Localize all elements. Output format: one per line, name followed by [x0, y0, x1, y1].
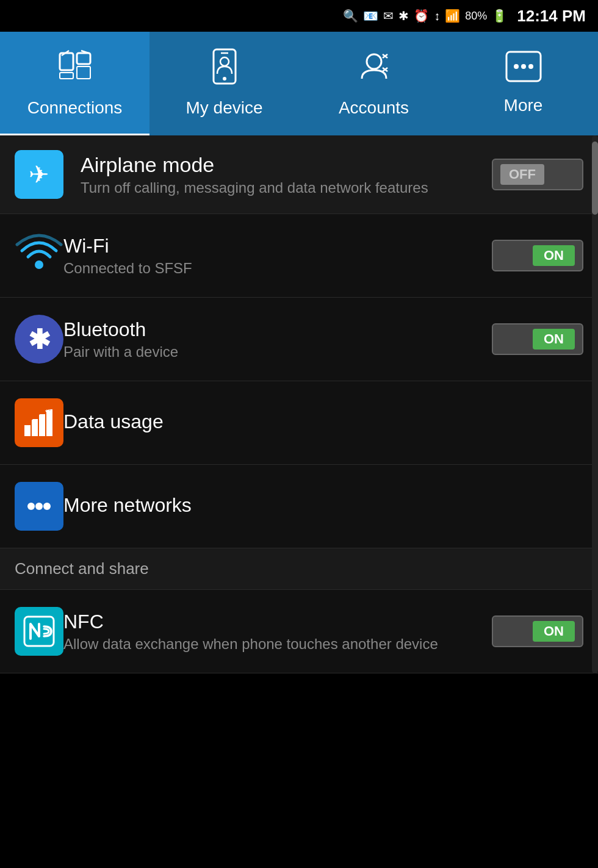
- more-networks-icon: [15, 482, 63, 531]
- wifi-toggle[interactable]: ON: [492, 240, 583, 271]
- bluetooth-item[interactable]: ✱ Bluetooth Pair with a device ON: [0, 298, 598, 381]
- svg-point-22: [35, 503, 43, 510]
- svg-rect-16: [24, 425, 31, 436]
- wifi-subtitle: Connected to SFSF: [63, 260, 480, 277]
- data-usage-icon: [15, 398, 63, 447]
- more-networks-item[interactable]: More networks: [0, 465, 598, 548]
- battery-icon: 🔋: [492, 9, 507, 23]
- status-bar: 🔍 📧 ✉ ✱ ⏰ ↕ 📶 80% 🔋 12:14 PM: [0, 0, 598, 32]
- device-icon: [209, 48, 240, 92]
- tab-accounts-label: Accounts: [339, 98, 409, 118]
- signal-icon: 📶: [445, 9, 460, 23]
- wifi-text: Wi-Fi Connected to SFSF: [63, 235, 480, 277]
- nfc-text: NFC Allow data exchange when phone touch…: [63, 611, 480, 653]
- status-icons: 🔍 📧 ✉ ✱ ⏰ ↕ 📶 80% 🔋 12:14 PM: [343, 7, 586, 26]
- bluetooth-status-icon: ✱: [398, 9, 409, 23]
- airplane-title: Airplane mode: [81, 153, 480, 177]
- svg-point-15: [35, 260, 43, 269]
- bluetooth-symbol: ✱: [28, 324, 51, 355]
- accounts-icon: [356, 48, 392, 92]
- svg-rect-2: [77, 53, 90, 64]
- data-icon: ↕: [434, 9, 440, 23]
- status-time: 12:14 PM: [517, 7, 586, 26]
- airplane-toggle-label: OFF: [500, 164, 544, 185]
- bluetooth-text: Bluetooth Pair with a device: [63, 318, 480, 360]
- wifi-item[interactable]: Wi-Fi Connected to SFSF ON: [0, 214, 598, 298]
- scrollbar-thumb[interactable]: [592, 142, 598, 215]
- bluetooth-toggle-label: ON: [533, 329, 575, 350]
- tab-my-device[interactable]: My device: [150, 32, 299, 135]
- nfc-icon: [15, 607, 63, 656]
- tab-connections-label: Connections: [27, 98, 123, 118]
- bluetooth-toggle-switch[interactable]: ON: [492, 323, 583, 355]
- airplane-icon: ✈: [15, 150, 63, 199]
- more-icon: [505, 51, 542, 90]
- wifi-title: Wi-Fi: [63, 235, 480, 257]
- svg-point-21: [27, 503, 35, 510]
- bluetooth-title: Bluetooth: [63, 318, 480, 341]
- settings-content: ✈ Airplane mode Turn off calling, messag…: [0, 135, 598, 673]
- gmail-icon: ✉: [383, 9, 394, 23]
- data-usage-title: Data usage: [63, 411, 583, 433]
- svg-rect-3: [77, 66, 90, 79]
- wifi-icon: [15, 231, 63, 280]
- tab-more[interactable]: More: [448, 32, 598, 135]
- tab-connections[interactable]: Connections: [0, 32, 150, 135]
- nfc-item[interactable]: NFC Allow data exchange when phone touch…: [0, 590, 598, 673]
- scrollbar[interactable]: [592, 135, 598, 673]
- section-header-label: Connect and share: [15, 559, 149, 578]
- svg-point-12: [514, 64, 519, 69]
- airplane-mode-item[interactable]: ✈ Airplane mode Turn off calling, messag…: [0, 135, 598, 214]
- svg-point-13: [521, 64, 526, 69]
- svg-point-10: [367, 54, 381, 69]
- airplane-text: Airplane mode Turn off calling, messagin…: [81, 153, 480, 196]
- nfc-toggle-switch[interactable]: ON: [492, 615, 583, 647]
- alarm-icon: ⏰: [414, 9, 429, 23]
- airplane-subtitle: Turn off calling, messaging and data net…: [81, 179, 480, 196]
- battery-level: 80%: [465, 10, 487, 23]
- svg-rect-1: [60, 73, 73, 79]
- airplane-toggle-switch[interactable]: OFF: [492, 159, 583, 190]
- data-usage-text: Data usage: [63, 411, 583, 436]
- connect-share-header: Connect and share: [0, 548, 598, 590]
- bluetooth-icon: ✱: [15, 315, 63, 364]
- wifi-toggle-label: ON: [533, 245, 575, 266]
- data-usage-item[interactable]: Data usage: [0, 381, 598, 465]
- tab-more-label: More: [504, 96, 543, 115]
- tab-my-device-label: My device: [186, 98, 262, 118]
- connections-icon: [57, 48, 93, 92]
- tab-bar: Connections My device Accounts: [0, 32, 598, 135]
- nfc-title: NFC: [63, 611, 480, 633]
- nfc-toggle-label: ON: [533, 621, 575, 642]
- wifi-toggle-switch[interactable]: ON: [492, 240, 583, 271]
- nfc-subtitle: Allow data exchange when phone touches a…: [63, 636, 480, 653]
- svg-point-9: [220, 57, 229, 66]
- bluetooth-subtitle: Pair with a device: [63, 343, 480, 360]
- notification-icon: 📧: [363, 9, 378, 23]
- tab-accounts[interactable]: Accounts: [299, 32, 448, 135]
- airplane-toggle[interactable]: OFF: [492, 159, 583, 190]
- svg-point-7: [223, 77, 226, 81]
- search-icon: 🔍: [343, 9, 358, 23]
- svg-point-23: [43, 503, 51, 510]
- more-networks-title: More networks: [63, 494, 583, 517]
- svg-rect-18: [39, 414, 45, 436]
- nfc-toggle[interactable]: ON: [492, 615, 583, 647]
- svg-rect-17: [32, 419, 38, 436]
- more-networks-text: More networks: [63, 494, 583, 519]
- svg-point-14: [528, 64, 533, 69]
- bluetooth-toggle[interactable]: ON: [492, 323, 583, 355]
